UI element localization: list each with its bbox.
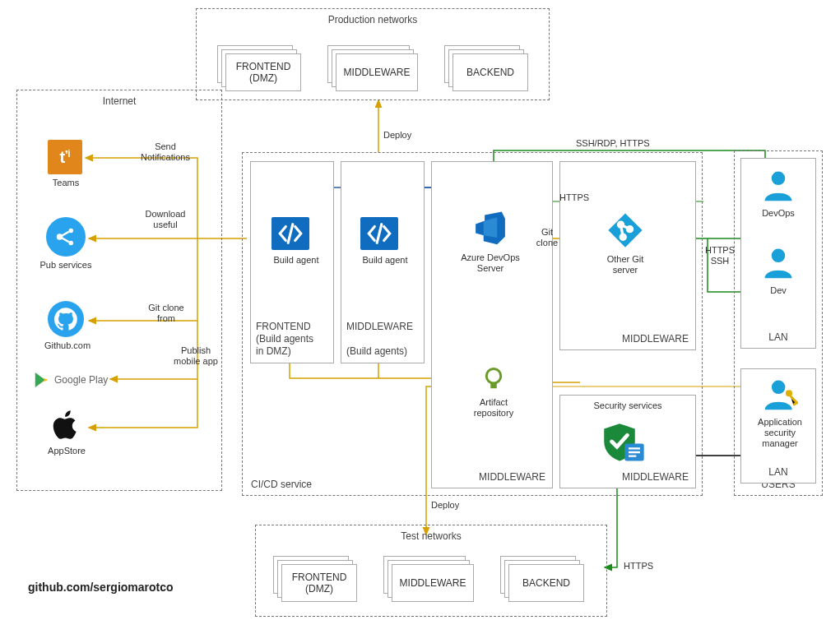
git-icon bbox=[607, 212, 643, 248]
user-devops: DevOps bbox=[760, 168, 796, 219]
user-key-icon bbox=[762, 377, 798, 413]
edge-https-test: HTTPS bbox=[624, 561, 653, 572]
edge-publish: Publish mobile app bbox=[169, 345, 222, 367]
edge-sshrdp: SSH/RDP, HTTPS bbox=[576, 138, 650, 149]
user-icon bbox=[760, 168, 796, 204]
svg-point-1 bbox=[69, 229, 74, 234]
test-middleware-stack: MIDDLEWARE bbox=[383, 556, 474, 600]
svg-rect-7 bbox=[490, 383, 497, 388]
shield-check-icon bbox=[599, 421, 640, 465]
edge-send-notif: Send Notifications bbox=[137, 141, 194, 163]
googleplay-label: Google Play bbox=[54, 374, 108, 386]
build-agent-1: Build agent bbox=[271, 217, 321, 266]
edge-gitclone-from: Git clone from bbox=[142, 303, 191, 324]
svg-point-2 bbox=[69, 241, 74, 246]
edge-download: Download useful bbox=[137, 209, 194, 230]
apple-icon bbox=[49, 406, 86, 442]
edge-git-clone: Git clone bbox=[533, 227, 561, 248]
github-icon bbox=[48, 301, 84, 337]
prod-frontend-stack: FRONTEND (DMZ) bbox=[217, 45, 299, 90]
svg-point-6 bbox=[486, 369, 501, 384]
other-git-node: Other Git server bbox=[592, 212, 658, 275]
svg-point-10 bbox=[772, 249, 786, 263]
github-label: Github.com bbox=[36, 340, 99, 351]
zone-internet-title: Internet bbox=[17, 95, 221, 107]
credit-text: github.com/sergiomarotco bbox=[28, 581, 174, 594]
user-dev: Dev bbox=[760, 245, 796, 296]
build-agent-2: Build agent bbox=[360, 217, 410, 266]
edge-https-1: HTTPS bbox=[559, 192, 589, 203]
prod-backend-stack: BACKEND bbox=[444, 45, 527, 90]
code-icon bbox=[360, 217, 398, 250]
pub-label: Pub services bbox=[33, 260, 99, 271]
artifact-node: Artifact repository bbox=[461, 367, 527, 419]
edge-deploy-down: Deploy bbox=[431, 500, 459, 511]
svg-point-9 bbox=[772, 172, 786, 186]
azure-devops-icon bbox=[472, 211, 508, 247]
prod-middleware-stack: MIDDLEWARE bbox=[327, 45, 418, 90]
teams-icon: ťi bbox=[48, 140, 82, 174]
zone-test-title: Test networks bbox=[256, 530, 606, 542]
appstore-label: AppStore bbox=[39, 446, 94, 456]
pubsub-icon bbox=[46, 217, 86, 257]
code-icon bbox=[271, 217, 309, 250]
zone-production-title: Production networks bbox=[197, 14, 549, 25]
artifact-ring-icon bbox=[481, 367, 506, 391]
zone-cicd-title: CI/CD service bbox=[251, 479, 312, 490]
teams-label: Teams bbox=[41, 178, 90, 188]
edge-deploy-up: Deploy bbox=[383, 130, 411, 141]
edge-https-ssh: HTTPS SSH bbox=[701, 245, 739, 266]
user-appsec: Application security manager bbox=[755, 377, 805, 450]
test-backend-stack: BACKEND bbox=[500, 556, 582, 600]
googleplay-icon: Google Play bbox=[35, 372, 108, 388]
svg-point-11 bbox=[772, 381, 786, 395]
azure-devops-node: Azure DevOps Server bbox=[457, 211, 523, 274]
diagram-canvas: Production networks FRONTEND (DMZ) MIDDL… bbox=[0, 0, 840, 634]
user-icon bbox=[760, 245, 796, 281]
test-frontend-stack: FRONTEND (DMZ) bbox=[273, 556, 355, 600]
